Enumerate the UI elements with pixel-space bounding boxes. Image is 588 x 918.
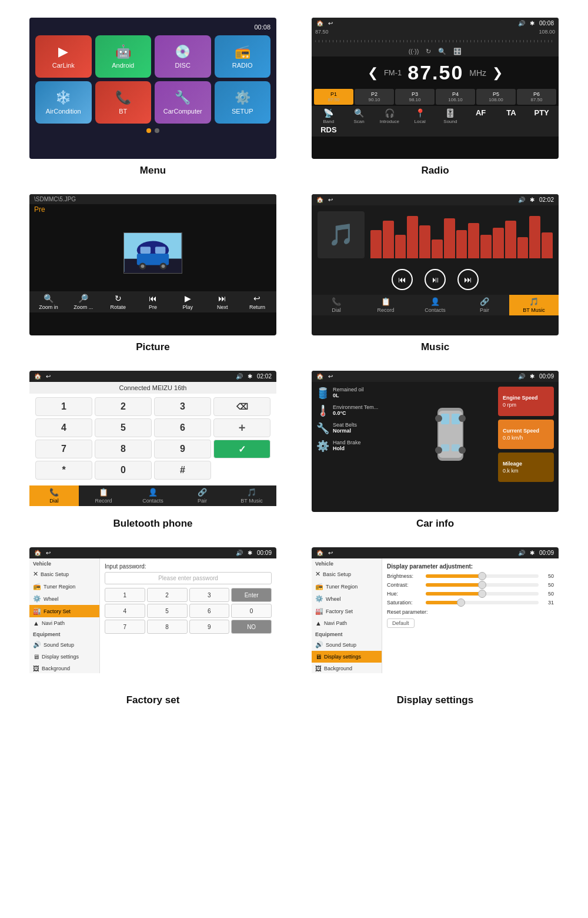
ds-display-settings[interactable]: 🖥 Display settings [312, 651, 382, 663]
fs-wheel[interactable]: ⚙️ Wheel [29, 593, 99, 605]
back-icon[interactable]: ↩ [328, 20, 333, 26]
brightness-slider[interactable] [426, 574, 539, 578]
hue-thumb[interactable] [478, 590, 486, 598]
pic-next[interactable]: ⏭ Next [206, 294, 239, 310]
contrast-thumb[interactable] [478, 581, 486, 589]
menu-item-carlink[interactable]: ▶ CarLink [35, 35, 92, 78]
num-7[interactable]: 7 [105, 620, 145, 634]
home-icon[interactable]: 🏠 [316, 197, 323, 203]
dial-6[interactable]: 6 [154, 418, 211, 437]
dial-plus[interactable]: + [213, 418, 270, 437]
home-icon[interactable]: 🏠 [316, 550, 323, 556]
back-icon[interactable]: ↩ [328, 197, 333, 203]
menu-item-radio[interactable]: 📻 RADIO [215, 35, 271, 78]
fs-basic-setup[interactable]: ✕ Basic Setup [29, 568, 99, 580]
menu-item-disc[interactable]: 💿 DISC [155, 35, 211, 78]
preset-6[interactable]: P6 87.50 [517, 89, 556, 105]
bt-tab-record[interactable]: 📋 Record [79, 485, 128, 506]
brightness-thumb[interactable] [478, 572, 486, 580]
num-8[interactable]: 8 [147, 620, 188, 634]
music-tab-pair[interactable]: 🔗 Pair [460, 295, 509, 315]
num-2[interactable]: 2 [147, 588, 188, 602]
dial-4[interactable]: 4 [35, 418, 92, 437]
back-icon[interactable]: ↩ [46, 373, 51, 380]
radio-ctrl-rds[interactable]: RDS [314, 125, 343, 134]
volume-icon[interactable]: 🔊 [236, 373, 243, 380]
pic-rotate[interactable]: ↻ Rotate [101, 294, 135, 310]
music-tab-contacts[interactable]: 👤 Contacts [410, 295, 460, 315]
ds-sound-setup[interactable]: 🔊 Sound Setup [312, 638, 382, 651]
menu-item-carcomputer[interactable]: 🔧 CarComputer [155, 81, 211, 124]
page-dot-2[interactable] [155, 128, 159, 133]
radio-ctrl-ta[interactable]: TA [497, 108, 526, 124]
ds-wheel[interactable]: ⚙️ Wheel [312, 593, 382, 605]
num-0[interactable]: 0 [231, 604, 272, 618]
bt-tab-contacts[interactable]: 👤 Contacts [128, 485, 178, 506]
radio-ctrl-introduce[interactable]: 🎧 Introduce [375, 108, 405, 124]
freq-up-button[interactable]: ❯ [492, 65, 503, 81]
fs-background[interactable]: 🖼 Background [29, 663, 99, 673]
home-icon[interactable]: 🏠 [316, 373, 323, 380]
back-icon[interactable]: ↩ [328, 373, 333, 380]
dial-0[interactable]: 0 [95, 461, 152, 480]
menu-item-setup[interactable]: ⚙️ SETUP [215, 81, 271, 124]
radio-ctrl-sound[interactable]: 🎚️ Sound [436, 108, 465, 124]
freq-down-button[interactable]: ❮ [368, 65, 378, 81]
page-dot-1[interactable] [146, 128, 151, 133]
bt-tab-btmusic[interactable]: 🎵 BT Music [227, 485, 276, 506]
pic-zoom-in[interactable]: 🔍 Zoom in [32, 294, 65, 310]
ds-basic-setup[interactable]: ✕ Basic Setup [312, 568, 382, 580]
fs-factory-set[interactable]: 🏭 Factory Set [29, 605, 99, 617]
radio-ctrl-band[interactable]: 📡 Band [314, 108, 343, 124]
music-tab-btmusic[interactable]: 🎵 BT Music [509, 295, 559, 315]
preset-2[interactable]: P2 90.10 [355, 89, 394, 105]
ds-navi-path[interactable]: ▲ Navi Path [312, 617, 382, 629]
home-icon[interactable]: 🏠 [316, 20, 323, 26]
preset-3[interactable]: P3 98.10 [395, 89, 435, 105]
ds-background[interactable]: 🖼 Background [312, 663, 382, 673]
num-9[interactable]: 9 [189, 620, 230, 634]
dial-2[interactable]: 2 [95, 397, 152, 416]
radio-ctrl-pty[interactable]: PTY [527, 108, 556, 124]
dial-7[interactable]: 7 [35, 440, 92, 458]
home-icon[interactable]: 🏠 [34, 550, 41, 556]
ds-tuner-region[interactable]: 📻 Tuner Region [312, 580, 382, 593]
bt-tab-dial[interactable]: 📞 Dial [29, 485, 79, 506]
volume-icon[interactable]: 🔊 [518, 197, 525, 203]
num-5[interactable]: 5 [147, 604, 188, 618]
volume-icon[interactable]: 🔊 [236, 550, 243, 556]
preset-4[interactable]: P4 106.10 [436, 89, 475, 105]
dial-call[interactable]: ✓ [213, 440, 270, 458]
dial-backspace[interactable]: ⌫ [213, 397, 270, 416]
pic-return[interactable]: ↩ Return [240, 294, 274, 310]
saturation-thumb[interactable] [457, 598, 465, 607]
menu-item-android[interactable]: 🤖 Android [95, 35, 152, 78]
dial-star[interactable]: * [35, 461, 92, 480]
preset-1[interactable]: P1 87.50 [314, 89, 353, 105]
music-next-button[interactable]: ⏭ [457, 269, 479, 290]
num-1[interactable]: 1 [105, 588, 145, 602]
music-playpause-button[interactable]: ⏯ [425, 269, 446, 290]
preset-5[interactable]: P5 108.00 [476, 89, 516, 105]
dial-hash[interactable]: # [154, 461, 211, 480]
radio-ctrl-scan[interactable]: 🔍 Scan [345, 108, 374, 124]
num-3[interactable]: 3 [189, 588, 230, 602]
menu-item-bt[interactable]: 📞 BT [95, 81, 152, 124]
home-icon[interactable]: 🏠 [34, 373, 41, 380]
contrast-slider[interactable] [426, 583, 539, 587]
music-tab-dial[interactable]: 📞 Dial [312, 295, 361, 315]
fs-navi-path[interactable]: ▲ Navi Path [29, 617, 99, 629]
dial-1[interactable]: 1 [35, 397, 92, 416]
reset-default-button[interactable]: Default [387, 618, 415, 628]
fs-display-settings[interactable]: 🖥 Display settings [29, 651, 99, 663]
radio-ctrl-local[interactable]: 📍 Local [405, 108, 435, 124]
volume-icon[interactable]: 🔊 [518, 373, 525, 380]
pic-zoom-out[interactable]: 🔎 Zoom ... [66, 294, 100, 310]
pw-input[interactable]: Please enter password [105, 572, 272, 584]
radio-ctrl-af[interactable]: AF [466, 108, 496, 124]
music-prev-button[interactable]: ⏮ [392, 269, 413, 290]
ds-factory-set[interactable]: 🏭 Factory Set [312, 605, 382, 617]
num-6[interactable]: 6 [189, 604, 230, 618]
hue-slider[interactable] [426, 592, 539, 596]
back-icon[interactable]: ↩ [46, 550, 51, 556]
